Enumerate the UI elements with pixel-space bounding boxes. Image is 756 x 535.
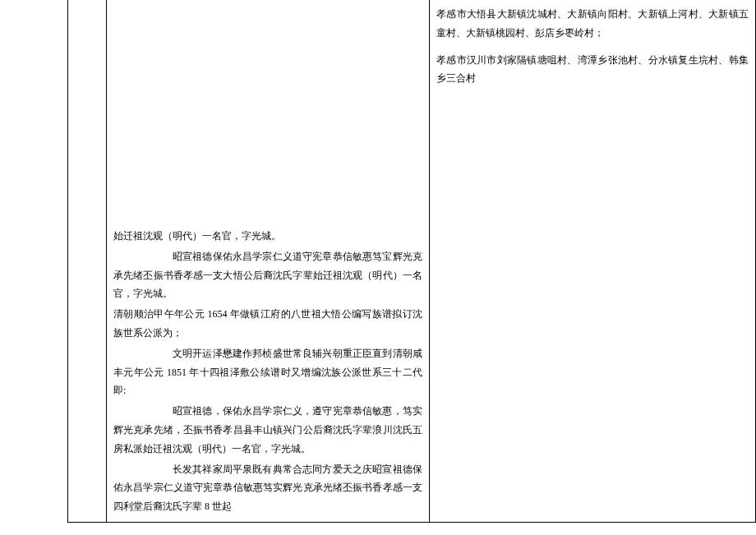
paragraph: 昭宣祖德，保佑永昌学宗仁义，遵守宪章恭信敏惠，笃实辉光克承先绪，丕振书香孝昌县丰… [113,402,422,458]
paragraph: 昭宣祖德保佑永昌学宗仁义道守宪章恭信敏惠笃宝辉光克承先绪丕振书香孝感一支大悟公后… [113,247,422,303]
paragraph: 孝感市大悟县大新镇沈城村、大新镇向阳村、大新镇上河村、大新镇五童村、大新镇桃园村… [436,5,749,43]
right-text-block: 孝感市大悟县大新镇沈城村、大新镇向阳村、大新镇上河村、大新镇五童村、大新镇桃园村… [436,5,749,90]
middle-text-block: 始迁祖沈观（明代）一名官，字光城。 昭宣祖德保佑永昌学宗仁义道守宪章恭信敏惠笃宝… [113,227,422,518]
document-table: 始迁祖沈观（明代）一名官，字光城。 昭宣祖德保佑永昌学宗仁义道守宪章恭信敏惠笃宝… [67,0,756,523]
paragraph: 文明开运泽懋建作邦桢盛世常良辅兴朝重正臣直到清朝咸丰元年公元 1851 年十四祖… [113,344,422,400]
paragraph: 孝感市汉川市刘家隔镇塘咀村、湾潭乡张池村、分水镇复生垸村、韩集乡三合村 [436,51,749,89]
paragraph: 清朝顺治甲午年公元 1654 年做镇江府的八世祖大悟公编写族谱拟订沈族世系公派为… [113,305,422,343]
table-col-3: 孝感市大悟县大新镇沈城村、大新镇向阳村、大新镇上河村、大新镇五童村、大新镇桃园村… [430,0,756,523]
table-col-1 [67,0,107,523]
table-col-2: 始迁祖沈观（明代）一名官，字光城。 昭宣祖德保佑永昌学宗仁义道守宪章恭信敏惠笃宝… [107,0,430,523]
paragraph: 长发其祥家周平泉既有典常合志同方爱天之庆昭宣祖德保佑永昌学宗仁义道守宪章恭信敏惠… [113,460,422,516]
paragraph: 始迁祖沈观（明代）一名官，字光城。 [113,227,422,246]
